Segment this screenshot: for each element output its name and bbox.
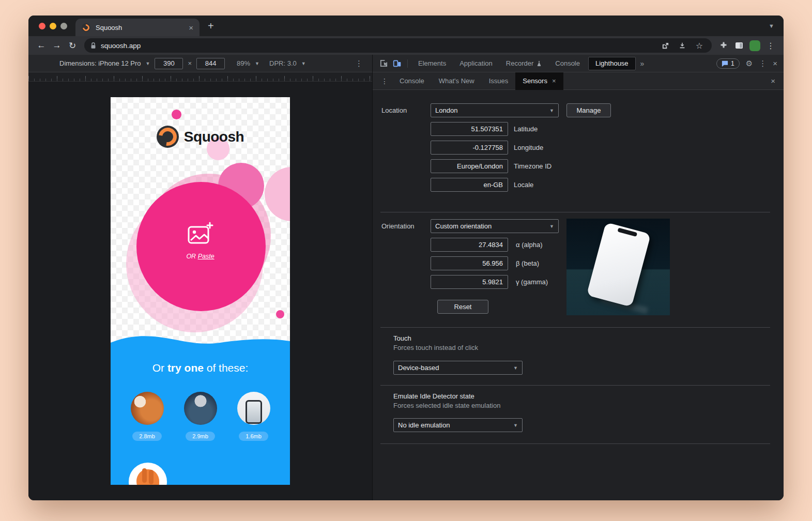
bookmark-star-icon[interactable]: ☆ [693, 41, 706, 51]
devtools-pane: Elements Application Recorder Console Li… [372, 55, 784, 500]
tab-application[interactable]: Application [453, 55, 499, 72]
drawer-menu-kebab-icon[interactable]: ⋮ [377, 77, 392, 85]
viewport-height-input[interactable] [196, 58, 225, 69]
longitude-input[interactable] [431, 141, 508, 155]
side-panel-icon[interactable] [731, 41, 747, 50]
lock-icon[interactable] [90, 42, 96, 49]
profile-avatar[interactable] [749, 40, 760, 51]
address-bar[interactable]: squoosh.app ☆ [84, 38, 712, 53]
drawer-close-icon[interactable]: × [771, 77, 775, 85]
divider [380, 443, 770, 444]
devtools-settings-gear-icon[interactable]: ⚙ [746, 59, 753, 67]
idle-detector-description: Forces selected idle state emulation [393, 402, 500, 409]
device-toolbar-menu-kebab-icon[interactable]: ⋮ [355, 59, 363, 68]
try-bold: try one [167, 362, 204, 374]
orientation-select-value: Custom orientation [435, 222, 492, 230]
dpr-select[interactable]: DPR: 3.0 [269, 59, 297, 67]
demo-image-workspace[interactable] [184, 392, 217, 425]
sensors-panel: Location London ▼ Manage Latitude Longit… [373, 90, 784, 500]
chevron-down-icon: ▼ [255, 61, 259, 66]
drawer-tab-console[interactable]: Console [392, 72, 432, 90]
tab-elements[interactable]: Elements [411, 55, 453, 72]
manage-button[interactable]: Manage [566, 103, 611, 117]
add-image-icon [188, 222, 213, 248]
try-prefix: Or [152, 362, 167, 374]
drawer-tab-whats-new[interactable]: What's New [432, 72, 482, 90]
phone-3d-model [587, 222, 651, 307]
timezone-input[interactable] [431, 159, 508, 173]
browser-menu-kebab-icon[interactable]: ⋮ [763, 41, 778, 51]
beta-input[interactable] [431, 256, 508, 270]
latitude-input[interactable] [431, 122, 508, 136]
device-dimensions-select[interactable]: Dimensions: iPhone 12 Pro [59, 59, 141, 67]
reset-button[interactable]: Reset [437, 300, 488, 314]
orientation-phone-preview[interactable] [566, 219, 670, 315]
locale-input[interactable] [431, 178, 508, 192]
window-content: Dimensions: iPhone 12 Pro ▼ × 89% ▼ DPR:… [28, 55, 784, 500]
try-suffix: of these: [204, 362, 248, 374]
demo-image-item: 1.6mb [237, 392, 270, 441]
issues-counter-badge[interactable]: 1 [716, 58, 740, 69]
touch-description: Forces touch instead of click [393, 344, 478, 351]
idle-emulation-select[interactable]: No idle emulation ▼ [393, 418, 523, 432]
new-tab-button[interactable]: + [208, 21, 214, 31]
devtools-close-icon[interactable]: × [773, 59, 777, 67]
browser-tab[interactable]: Squoosh × [75, 19, 200, 36]
inspect-element-icon[interactable] [377, 57, 390, 70]
demo-image-red-panda[interactable] [131, 392, 164, 425]
demo-image-row: 2.8mb 2.9mb 1.6mb [111, 392, 290, 441]
emulation-stage: Squoosh [28, 82, 372, 500]
location-select[interactable]: London ▼ [431, 103, 559, 117]
back-button[interactable]: ← [34, 40, 49, 51]
tab-lighthouse[interactable]: Lighthouse [588, 57, 636, 70]
close-window-button[interactable] [39, 23, 45, 29]
file-size-badge: 2.9mb [186, 432, 215, 441]
touch-select[interactable]: Device-based ▼ [393, 361, 523, 375]
viewport-width-input[interactable] [155, 58, 183, 69]
zoom-window-button[interactable] [60, 23, 67, 29]
share-icon[interactable] [659, 42, 671, 50]
extensions-puzzle-icon[interactable] [716, 41, 731, 50]
demo-image-item: 2.9mb [184, 392, 217, 441]
tab-close-icon[interactable]: × [189, 24, 193, 32]
device-toolbar-toggle-icon[interactable] [390, 57, 404, 70]
file-size-badge: 2.8mb [132, 432, 162, 441]
gamma-input[interactable] [431, 275, 508, 289]
alpha-input[interactable] [431, 238, 508, 252]
demo-image-phone-photo[interactable] [237, 392, 270, 425]
squoosh-logo-text: Squoosh [184, 129, 244, 145]
decorative-dot [172, 110, 181, 119]
reload-button[interactable]: ↻ [65, 40, 80, 51]
install-app-icon[interactable] [676, 42, 688, 49]
try-one-heading: Or try one of these: [111, 362, 290, 374]
browser-toolbar: ← → ↻ squoosh.app ☆ ⋮ [28, 36, 784, 55]
horizontal-ruler [28, 72, 372, 82]
tab-title: Squoosh [96, 24, 183, 32]
timezone-label: Timezone ID [514, 159, 551, 173]
close-sensors-tab-icon[interactable]: × [552, 77, 556, 85]
dimensions-times-label: × [188, 59, 192, 67]
decorative-blob [265, 167, 290, 221]
issues-bubble-icon [722, 60, 728, 67]
chevron-down-icon: ▼ [549, 224, 554, 229]
tab-console[interactable]: Console [548, 55, 587, 72]
idle-detector-title: Emulate Idle Detector state [393, 392, 474, 400]
window-controls [28, 23, 75, 29]
page-viewport: Squoosh [111, 97, 290, 485]
url-text: squoosh.app [101, 42, 654, 50]
paste-link[interactable]: Paste [198, 253, 215, 260]
devtools-menu-kebab-icon[interactable]: ⋮ [759, 59, 767, 67]
zoom-select[interactable]: 89% [237, 59, 250, 67]
minimize-window-button[interactable] [50, 23, 56, 29]
more-tabs-chevron-icon[interactable]: » [637, 59, 648, 68]
tab-search-chevron-icon[interactable]: ▼ [769, 23, 774, 29]
drawer-tab-issues[interactable]: Issues [482, 72, 516, 90]
drawer-tab-sensors[interactable]: Sensors × [515, 72, 563, 90]
locale-label: Locale [514, 178, 533, 192]
image-upload-button[interactable] [111, 222, 290, 248]
orientation-select[interactable]: Custom orientation ▼ [431, 219, 559, 233]
forward-button[interactable]: → [49, 40, 65, 51]
tab-recorder[interactable]: Recorder [499, 55, 548, 72]
squoosh-logo: Squoosh [111, 126, 290, 148]
location-select-value: London [435, 106, 457, 114]
